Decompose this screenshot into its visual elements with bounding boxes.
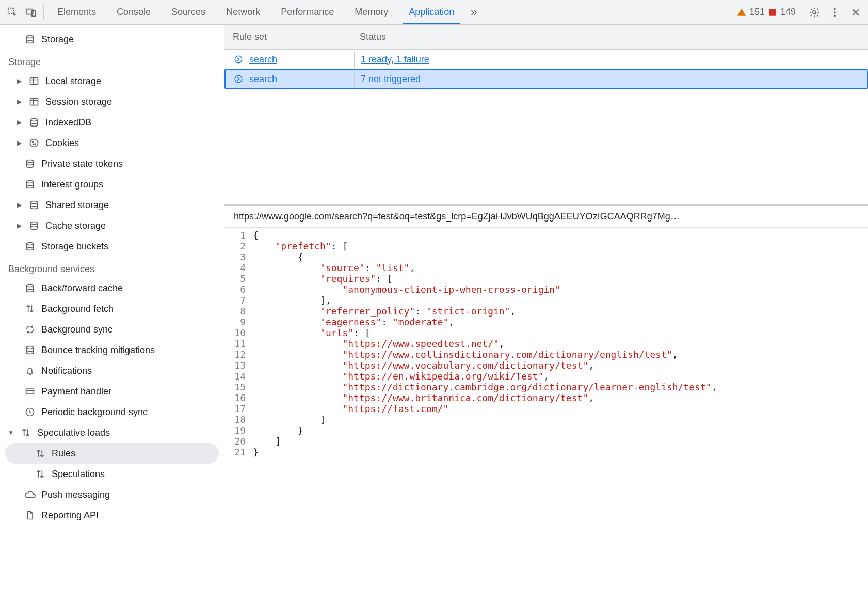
kebab-menu-button[interactable] bbox=[826, 3, 844, 22]
sidebar-item-speculations[interactable]: Speculations bbox=[0, 464, 224, 484]
more-tabs-button[interactable]: » bbox=[464, 6, 483, 19]
tab-label: Elements bbox=[57, 7, 96, 18]
ruleset-name-link[interactable]: search bbox=[249, 54, 277, 65]
devtools-toolbar: Elements Console Sources Network Perform… bbox=[0, 0, 868, 25]
sidebar-item-interest-groups[interactable]: Interest groups bbox=[0, 174, 224, 195]
ruleset-name-link[interactable]: search bbox=[249, 74, 277, 85]
sidebar-item-label: Payment handler bbox=[41, 386, 111, 397]
json-line: 4 "source": "list", bbox=[224, 262, 868, 273]
sidebar-item-reporting-api[interactable]: Reporting API bbox=[0, 505, 224, 526]
arrows-up-down-icon bbox=[34, 448, 46, 459]
line-number: 8 bbox=[224, 306, 253, 317]
database-icon bbox=[24, 179, 36, 190]
line-number: 14 bbox=[224, 371, 253, 382]
sidebar-item-indexeddb[interactable]: ▶ IndexedDB bbox=[0, 112, 224, 133]
inspect-element-icon[interactable] bbox=[3, 3, 22, 22]
col-header-status[interactable]: Status bbox=[353, 25, 868, 49]
tab-application[interactable]: Application bbox=[398, 0, 464, 24]
sidebar-item-push-messaging[interactable]: Push messaging bbox=[0, 484, 224, 505]
tab-memory[interactable]: Memory bbox=[344, 0, 398, 24]
svg-point-6 bbox=[834, 11, 836, 13]
ruleset-row[interactable]: search 1 ready, 1 failure bbox=[224, 50, 868, 69]
sidebar-item-private-state-tokens[interactable]: Private state tokens bbox=[0, 153, 224, 174]
settings-button[interactable] bbox=[805, 3, 824, 22]
json-source-viewer[interactable]: 1{2 "prefetch": [3 {4 "source": "list",5… bbox=[224, 228, 868, 600]
svg-rect-9 bbox=[30, 77, 38, 84]
sidebar-item-local-storage[interactable]: ▶ Local storage bbox=[0, 71, 224, 91]
svg-point-20 bbox=[26, 243, 33, 245]
issue-icon bbox=[768, 8, 777, 17]
close-devtools-button[interactable] bbox=[846, 3, 865, 22]
json-line: 14 "https://en.wikipedia.org/wiki/Test", bbox=[224, 371, 868, 382]
sidebar-item-label: Periodic background sync bbox=[41, 407, 148, 418]
sidebar-item-label: Local storage bbox=[45, 76, 101, 87]
svg-point-11 bbox=[30, 119, 37, 121]
sidebar-item-periodic-bg-sync[interactable]: Periodic background sync bbox=[0, 402, 224, 422]
tab-performance[interactable]: Performance bbox=[270, 0, 344, 24]
sidebar-item-speculative-loads[interactable]: ▼ Speculative loads bbox=[0, 422, 224, 443]
code-content: } bbox=[253, 425, 303, 436]
json-line: 3 { bbox=[224, 251, 868, 262]
sidebar-section-storage: Storage bbox=[0, 50, 224, 71]
sidebar-item-storage-manifest[interactable]: Storage bbox=[0, 29, 224, 50]
sidebar-item-rules[interactable]: Rules bbox=[5, 443, 219, 464]
code-content: ] bbox=[253, 436, 281, 447]
tab-elements[interactable]: Elements bbox=[47, 0, 106, 24]
url-text: https://www.google.com/search?q=test&oq=… bbox=[234, 211, 680, 222]
svg-point-17 bbox=[26, 181, 33, 183]
clock-icon bbox=[24, 407, 36, 417]
json-line: 10 "urls": [ bbox=[224, 327, 868, 338]
line-number: 20 bbox=[224, 436, 253, 447]
sidebar-item-label: Private state tokens bbox=[41, 159, 123, 169]
rule-source-url[interactable]: https://www.google.com/search?q=test&oq=… bbox=[224, 205, 868, 228]
database-icon bbox=[24, 345, 36, 355]
ruleset-status-link[interactable]: 1 ready, 1 failure bbox=[361, 54, 429, 65]
svg-point-16 bbox=[26, 160, 33, 163]
sidebar-item-label: Speculations bbox=[52, 469, 105, 480]
chevron-right-icon: ▶ bbox=[15, 201, 23, 209]
sidebar-item-bg-sync[interactable]: Background sync bbox=[0, 319, 224, 340]
code-content: "referrer_policy": "strict-origin", bbox=[253, 306, 516, 317]
json-line: 9 "eagerness": "moderate", bbox=[224, 317, 868, 327]
svg-point-18 bbox=[30, 201, 37, 204]
sidebar-item-bounce-tracking[interactable]: Bounce tracking mitigations bbox=[0, 340, 224, 360]
tab-sources[interactable]: Sources bbox=[161, 0, 216, 24]
tab-label: Application bbox=[409, 7, 454, 18]
line-number: 17 bbox=[224, 403, 253, 414]
arrows-up-down-icon bbox=[24, 304, 36, 314]
code-content: ], bbox=[253, 295, 331, 306]
svg-point-22 bbox=[26, 346, 33, 349]
json-line: 16 "https://www.britannica.com/dictionar… bbox=[224, 392, 868, 403]
sidebar-item-bfcache[interactable]: Back/forward cache bbox=[0, 278, 224, 298]
code-content: "https://www.britannica.com/dictionary/t… bbox=[253, 392, 594, 403]
code-content: "urls": [ bbox=[253, 327, 371, 338]
issue-counter[interactable]: 151 149 bbox=[732, 7, 801, 18]
database-icon bbox=[28, 220, 40, 231]
tab-label: Network bbox=[226, 7, 260, 18]
sidebar-item-label: IndexedDB bbox=[45, 117, 91, 128]
device-toggle-icon[interactable] bbox=[22, 3, 40, 22]
table-icon bbox=[28, 76, 40, 86]
sidebar-item-notifications[interactable]: Notifications bbox=[0, 360, 224, 381]
tab-console[interactable]: Console bbox=[106, 0, 161, 24]
sidebar-item-label: Storage bbox=[41, 34, 74, 45]
tab-network[interactable]: Network bbox=[216, 0, 270, 24]
sidebar-item-payment-handler[interactable]: Payment handler bbox=[0, 381, 224, 402]
sidebar-item-cookies[interactable]: ▶ Cookies bbox=[0, 133, 224, 153]
sidebar-item-bg-fetch[interactable]: Background fetch bbox=[0, 298, 224, 319]
sidebar-item-label: Background sync bbox=[41, 324, 112, 335]
sidebar-item-session-storage[interactable]: ▶ Session storage bbox=[0, 91, 224, 112]
toolbar-separator bbox=[43, 5, 44, 20]
chevron-right-icon: » bbox=[471, 6, 477, 19]
sidebar-item-cache-storage[interactable]: ▶ Cache storage bbox=[0, 215, 224, 236]
sidebar-item-label: Back/forward cache bbox=[41, 283, 123, 294]
sidebar-item-shared-storage[interactable]: ▶ Shared storage bbox=[0, 195, 224, 215]
col-header-ruleset[interactable]: Rule set bbox=[224, 25, 353, 49]
svg-point-19 bbox=[30, 222, 37, 225]
sidebar-item-storage-buckets[interactable]: Storage buckets bbox=[0, 236, 224, 257]
ruleset-row[interactable]: search 7 not triggered bbox=[224, 69, 868, 89]
ruleset-status-link[interactable]: 7 not triggered bbox=[361, 74, 421, 85]
code-content: "source": "list", bbox=[253, 262, 415, 273]
code-content: "https://dictionary.cambridge.org/dictio… bbox=[253, 382, 717, 392]
svg-point-8 bbox=[26, 36, 33, 38]
